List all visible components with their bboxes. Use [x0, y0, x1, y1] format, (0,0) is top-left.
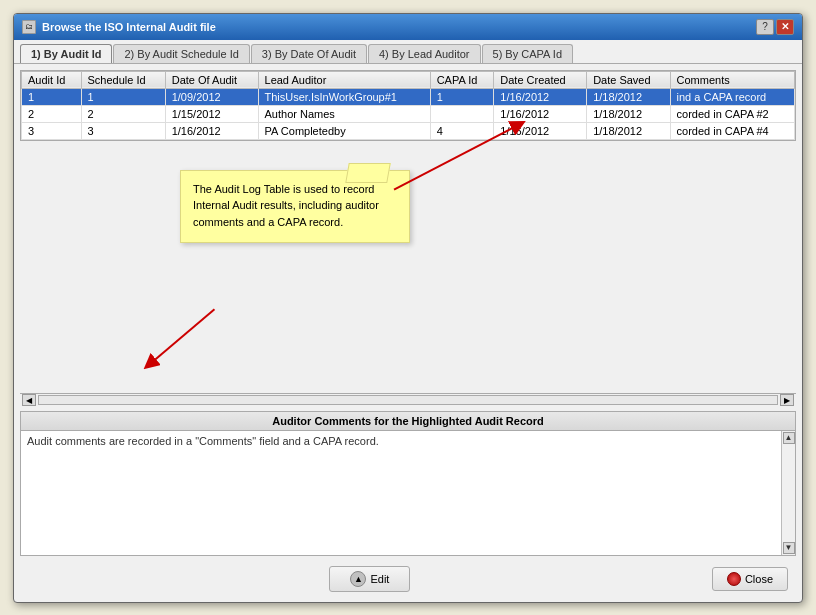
close-button[interactable]: Close — [712, 567, 788, 591]
col-lead-auditor: Lead Auditor — [258, 71, 430, 88]
table-row[interactable]: 1 1 1/09/2012 ThisUser.IsInWorkGroup#1 1… — [22, 88, 795, 105]
cell-date-saved: 1/18/2012 — [587, 122, 670, 139]
edit-label: Edit — [370, 573, 389, 585]
cell-date-created: 1/16/2012 — [494, 122, 587, 139]
edit-button[interactable]: ▲ Edit — [329, 566, 410, 592]
edit-icon: ▲ — [350, 571, 366, 587]
power-icon — [727, 572, 741, 586]
cell-comments: corded in CAPA #2 — [670, 105, 794, 122]
comments-section: Auditor Comments for the Highlighted Aud… — [20, 411, 796, 556]
tab-by-capa-id[interactable]: 5) By CAPA Id — [482, 44, 574, 63]
table-row[interactable]: 3 3 1/16/2012 PA Completedby 4 1/16/2012… — [22, 122, 795, 139]
cell-date-of-audit: 1/15/2012 — [165, 105, 258, 122]
cell-comments: ind a CAPA record — [670, 88, 794, 105]
cell-date-created: 1/16/2012 — [494, 105, 587, 122]
tab-by-schedule-id[interactable]: 2) By Audit Schedule Id — [113, 44, 249, 63]
col-comments: Comments — [670, 71, 794, 88]
cell-date-saved: 1/18/2012 — [587, 105, 670, 122]
window-title: Browse the ISO Internal Audit file — [42, 21, 216, 33]
tabs-bar: 1) By Audit Id 2) By Audit Schedule Id 3… — [14, 40, 802, 64]
horizontal-scrollbar: ◀ ▶ — [20, 393, 796, 407]
cell-date-created: 1/16/2012 — [494, 88, 587, 105]
table-wrapper: Audit Id Schedule Id Date Of Audit Lead … — [20, 70, 796, 389]
scroll-right-button[interactable]: ▶ — [780, 394, 794, 406]
col-capa-id: CAPA Id — [430, 71, 494, 88]
title-bar: 🗂 Browse the ISO Internal Audit file ? ✕ — [14, 14, 802, 40]
table-container: Audit Id Schedule Id Date Of Audit Lead … — [20, 70, 796, 141]
bottom-bar: ▲ Edit Close — [20, 560, 796, 596]
scroll-down-button[interactable]: ▼ — [783, 542, 795, 554]
cell-audit-id: 1 — [22, 88, 82, 105]
cell-comments: corded in CAPA #4 — [670, 122, 794, 139]
cell-schedule-id: 2 — [81, 105, 165, 122]
scroll-left-button[interactable]: ◀ — [22, 394, 36, 406]
col-date-created: Date Created — [494, 71, 587, 88]
comments-scrollbar: ▲ ▼ — [781, 431, 795, 555]
help-button[interactable]: ? — [756, 19, 774, 35]
cell-audit-id: 2 — [22, 105, 82, 122]
cell-capa-id: 1 — [430, 88, 494, 105]
content-area: Audit Id Schedule Id Date Of Audit Lead … — [14, 64, 802, 602]
col-date-saved: Date Saved — [587, 71, 670, 88]
window-icon: 🗂 — [22, 20, 36, 34]
sticky-note: The Audit Log Table is used to record In… — [180, 170, 410, 244]
comments-header: Auditor Comments for the Highlighted Aud… — [21, 412, 795, 431]
tab-by-date[interactable]: 3) By Date Of Audit — [251, 44, 367, 63]
cell-lead-auditor: ThisUser.IsInWorkGroup#1 — [258, 88, 430, 105]
sticky-note-text: The Audit Log Table is used to record In… — [193, 183, 379, 228]
cell-capa-id: 4 — [430, 122, 494, 139]
cell-date-saved: 1/18/2012 — [587, 88, 670, 105]
scroll-track[interactable] — [38, 395, 778, 405]
cell-date-of-audit: 1/09/2012 — [165, 88, 258, 105]
comments-body: Audit comments are recorded in a "Commen… — [21, 431, 795, 555]
col-schedule-id: Schedule Id — [81, 71, 165, 88]
scroll-up-button[interactable]: ▲ — [783, 432, 795, 444]
cell-lead-auditor: Author Names — [258, 105, 430, 122]
comments-text: Audit comments are recorded in a "Commen… — [27, 435, 379, 447]
tab-by-audit-id[interactable]: 1) By Audit Id — [20, 44, 112, 63]
audit-table: Audit Id Schedule Id Date Of Audit Lead … — [21, 71, 795, 140]
cell-audit-id: 3 — [22, 122, 82, 139]
col-audit-id: Audit Id — [22, 71, 82, 88]
cell-capa-id — [430, 105, 494, 122]
cell-schedule-id: 3 — [81, 122, 165, 139]
main-window: 🗂 Browse the ISO Internal Audit file ? ✕… — [13, 13, 803, 603]
cell-lead-auditor: PA Completedby — [258, 122, 430, 139]
table-row[interactable]: 2 2 1/15/2012 Author Names 1/16/2012 1/1… — [22, 105, 795, 122]
svg-line-1 — [150, 309, 215, 364]
cell-date-of-audit: 1/16/2012 — [165, 122, 258, 139]
tab-by-lead-auditor[interactable]: 4) By Lead Auditor — [368, 44, 481, 63]
col-date-of-audit: Date Of Audit — [165, 71, 258, 88]
cell-schedule-id: 1 — [81, 88, 165, 105]
close-label: Close — [745, 573, 773, 585]
window-close-button[interactable]: ✕ — [776, 19, 794, 35]
